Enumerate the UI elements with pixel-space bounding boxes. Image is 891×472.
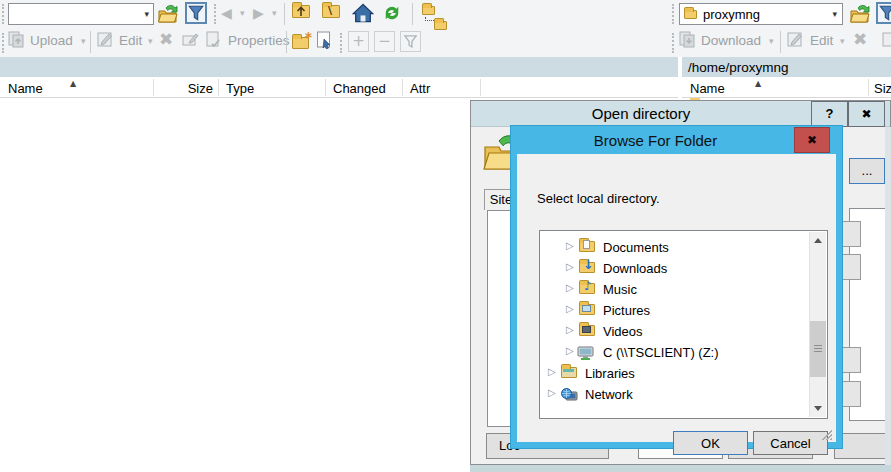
toolbar-grip[interactable] <box>340 33 343 53</box>
toolbar-grip[interactable] <box>214 4 217 24</box>
edit-button[interactable]: Edit <box>119 33 142 48</box>
chevron-down-icon[interactable]: ▾ <box>832 10 837 19</box>
local-column-size[interactable]: Size <box>160 81 213 96</box>
refresh-icon[interactable] <box>382 3 402 23</box>
tree-item-label[interactable]: Downloads <box>603 261 667 276</box>
expander-icon[interactable]: ▷ <box>566 262 574 272</box>
toolbar-separator <box>780 31 781 53</box>
help-button[interactable]: ? <box>811 101 848 127</box>
remote-delete-icon[interactable]: ✖ <box>853 31 867 48</box>
rename-icon[interactable] <box>182 31 200 48</box>
remote-address-combobox[interactable]: proxymng ▾ <box>679 3 843 25</box>
expander-icon[interactable]: ▷ <box>566 346 574 356</box>
tree-row[interactable]: ▷ ♪ Music <box>541 279 808 300</box>
tree-item-label[interactable]: Libraries <box>585 366 635 381</box>
home-directory-icon[interactable] <box>352 3 374 23</box>
column-separator[interactable] <box>402 79 403 96</box>
download-icon[interactable] <box>679 31 697 48</box>
open-folder-arrow-icon <box>157 3 179 24</box>
remote-column-name[interactable]: Name <box>690 81 725 96</box>
properties-icon[interactable] <box>205 31 223 48</box>
tree-row[interactable]: ▷ Pictures <box>541 300 808 321</box>
cut-off-icon[interactable] <box>882 31 891 48</box>
column-separator[interactable] <box>218 79 219 96</box>
scroll-down-button[interactable] <box>810 400 826 417</box>
upload-button[interactable]: Upload <box>30 33 73 48</box>
synchronize-browsing-icon[interactable] <box>422 4 452 24</box>
scrollbar-thumb[interactable] <box>810 321 826 377</box>
new-folder-icon[interactable]: * <box>292 32 312 50</box>
download-button[interactable]: Download <box>701 33 761 48</box>
close-icon[interactable]: ✖ <box>848 101 885 127</box>
root-directory-icon[interactable]: \ <box>322 5 340 18</box>
tree-item-label[interactable]: Documents <box>603 240 669 255</box>
column-separator[interactable] <box>868 79 869 96</box>
open-directory-title: Open directory <box>471 105 811 122</box>
remote-edit-icon[interactable] <box>787 31 805 48</box>
toolbar-grip[interactable] <box>672 33 675 53</box>
close-icon[interactable]: ✖ <box>794 127 830 153</box>
remote-open-directory-icon[interactable] <box>849 3 871 24</box>
tree-row[interactable]: ▷ Documents <box>541 237 808 258</box>
remote-filter-icon[interactable] <box>876 2 891 24</box>
expander-icon[interactable]: ▷ <box>566 325 574 335</box>
expander-icon[interactable]: ▷ <box>566 283 574 293</box>
expander-icon[interactable]: ▷ <box>548 367 556 377</box>
tree-scrollbar[interactable] <box>809 232 826 417</box>
column-separator[interactable] <box>153 79 154 96</box>
edit-icon[interactable] <box>97 31 115 48</box>
back-icon[interactable]: ◀ <box>221 6 232 20</box>
increase-icon[interactable]: + <box>348 31 369 52</box>
remote-edit-caret-icon[interactable]: ▾ <box>840 37 845 46</box>
expander-icon[interactable]: ▷ <box>548 388 556 398</box>
cancel-button[interactable]: Cancel <box>753 431 828 455</box>
view-document-icon[interactable] <box>316 31 333 49</box>
toolbar-grip[interactable] <box>2 33 5 53</box>
tree-row[interactable]: ▷ Network <box>541 384 808 405</box>
expander-icon[interactable]: ▷ <box>566 304 574 314</box>
edit-caret-icon[interactable]: ▾ <box>148 37 153 46</box>
upload-icon[interactable] <box>8 31 26 48</box>
back-history-caret-icon[interactable]: ▾ <box>240 9 245 18</box>
filter-icon[interactable] <box>185 2 207 24</box>
column-separator[interactable] <box>325 79 326 96</box>
decrease-icon[interactable]: − <box>374 31 395 52</box>
toolbar-grip[interactable] <box>2 4 5 24</box>
chevron-down-icon[interactable]: ▾ <box>144 10 149 19</box>
tree-item-label[interactable]: Music <box>603 282 637 297</box>
ok-button[interactable]: OK <box>673 431 748 455</box>
browse-button[interactable]: ... <box>849 158 885 184</box>
local-column-changed[interactable]: Changed <box>333 81 386 96</box>
toolbar-grip[interactable] <box>672 4 675 24</box>
filter-disabled-icon[interactable] <box>400 31 421 52</box>
local-column-name[interactable]: Name <box>8 81 43 96</box>
remote-path-bar: /home/proxymng <box>682 57 891 77</box>
scroll-up-button[interactable] <box>810 232 826 249</box>
forward-history-caret-icon[interactable]: ▾ <box>272 9 277 18</box>
upload-caret-icon[interactable]: ▾ <box>81 37 86 46</box>
expander-icon[interactable]: ▷ <box>566 241 574 251</box>
tree-row[interactable]: ▷ Libraries <box>541 363 808 384</box>
tree-item-label[interactable]: Pictures <box>603 303 650 318</box>
tree-row[interactable]: ▷ Videos <box>541 321 808 342</box>
column-separator[interactable] <box>480 79 481 96</box>
folder-icon <box>684 10 697 19</box>
properties-button[interactable]: Properties <box>228 33 290 48</box>
download-caret-icon[interactable]: ▾ <box>769 37 774 46</box>
delete-icon[interactable]: ✖ <box>159 31 173 48</box>
remote-edit-button[interactable]: Edit <box>810 33 833 48</box>
local-address-combobox[interactable]: ▾ <box>8 3 154 25</box>
tree-row[interactable]: ▷ C (\\TSCLIENT) (Z:) <box>541 342 808 363</box>
resize-grip[interactable] <box>820 428 832 440</box>
parent-directory-icon[interactable] <box>292 5 310 18</box>
tree-row[interactable]: ▷ ↓ Downloads <box>541 258 808 279</box>
local-column-attr[interactable]: Attr <box>410 81 430 96</box>
forward-icon[interactable]: ▶ <box>253 6 264 20</box>
remote-column-size[interactable]: Size <box>874 81 891 96</box>
open-directory-icon[interactable] <box>157 3 179 24</box>
tree-item-label[interactable]: C (\\TSCLIENT) (Z:) <box>603 345 719 360</box>
tree-item-label[interactable]: Network <box>585 387 633 402</box>
local-column-type[interactable]: Type <box>226 81 254 96</box>
tree-item-label[interactable]: Videos <box>603 324 643 339</box>
folder-tree[interactable]: ▷ Documents ▷ ↓ Downloads ▷ ♪ Music ▷ Pi… <box>539 230 828 419</box>
